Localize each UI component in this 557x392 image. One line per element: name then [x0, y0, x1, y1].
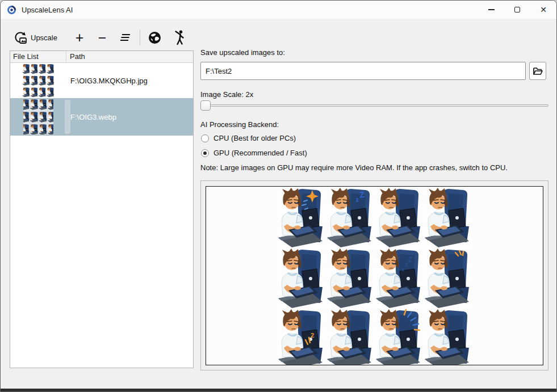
file-list-table: File List Path F:\OIG3.MKQKGHp.jpg F:\OI…	[10, 50, 194, 368]
file-thumbnail-jpg	[22, 63, 55, 98]
globe-icon	[148, 31, 161, 44]
slider-track[interactable]	[200, 104, 548, 107]
svg-text:z: z	[405, 262, 408, 268]
file-path-label: F:\OIG3.webp	[70, 113, 116, 121]
backend-label: AI Processing Backend:	[200, 120, 279, 129]
person-icon	[173, 30, 185, 45]
image-scale-label: Image Scale: 2x	[200, 90, 253, 99]
file-thumbnail-webp	[23, 99, 53, 134]
preview-panel: zZzzZ2	[200, 180, 548, 370]
accessibility-button[interactable]	[169, 28, 189, 47]
browse-folder-button[interactable]	[529, 62, 546, 80]
open-folder-icon	[533, 67, 543, 75]
save-path-input[interactable]	[200, 62, 526, 80]
preview-image: zZzzZ2	[277, 187, 472, 365]
column-header-file-list[interactable]: File List	[10, 51, 66, 62]
add-icon: +	[76, 29, 84, 46]
app-window: UpscaleLens AI ✕ Upscale + −	[0, 0, 557, 392]
gpu-radio-label: GPU (Recommended / Fast)	[213, 149, 307, 157]
thumbnail-scrollbar[interactable]	[65, 100, 70, 134]
svg-text:2: 2	[311, 332, 314, 339]
toolbar-separator	[140, 29, 140, 45]
svg-text:z: z	[402, 267, 404, 272]
toolbar: Upscale + −	[11, 28, 189, 47]
add-file-button[interactable]: +	[70, 28, 89, 47]
remove-icon: −	[98, 29, 107, 46]
cpu-radio-button[interactable]	[201, 134, 209, 142]
remove-file-button[interactable]: −	[93, 28, 112, 47]
cpu-radio-label: CPU (Best for older PCs)	[213, 134, 296, 142]
file-path-label: F:\OIG3.MKQKGHp.jpg	[70, 77, 148, 85]
language-button[interactable]	[145, 28, 165, 47]
slider-handle[interactable]	[200, 100, 211, 111]
clear-list-icon	[119, 33, 131, 42]
file-row-jpg[interactable]: F:\OIG3.MKQKGHp.jpg	[10, 63, 193, 98]
window-bottom-edge	[1, 389, 556, 391]
column-header-path[interactable]: Path	[66, 51, 193, 62]
radio-gpu[interactable]: GPU (Recommended / Fast)	[201, 149, 307, 157]
preview-frame: zZzzZ2	[206, 186, 543, 365]
upscale-icon	[13, 31, 27, 44]
clear-list-button[interactable]	[115, 28, 135, 47]
radio-cpu[interactable]: CPU (Best for older PCs)	[201, 134, 296, 142]
image-scale-slider[interactable]	[200, 100, 548, 111]
svg-text:Z: Z	[408, 256, 412, 264]
file-row-webp-selected[interactable]: F:\OIG3.webp	[10, 98, 193, 136]
window-title: UpscaleLens AI	[22, 6, 73, 14]
gpu-note: Note: Large images on GPU may require mo…	[200, 163, 508, 172]
app-logo-icon	[7, 5, 16, 15]
gpu-radio-button[interactable]	[201, 149, 209, 157]
file-list-header: File List Path	[10, 51, 193, 63]
save-path-label: Save upscaled images to:	[200, 48, 285, 57]
upscale-button[interactable]: Upscale	[11, 28, 60, 47]
settings-panel: Save upscaled images to: Image Scale: 2x…	[200, 1, 548, 392]
upscale-button-label: Upscale	[31, 33, 57, 42]
